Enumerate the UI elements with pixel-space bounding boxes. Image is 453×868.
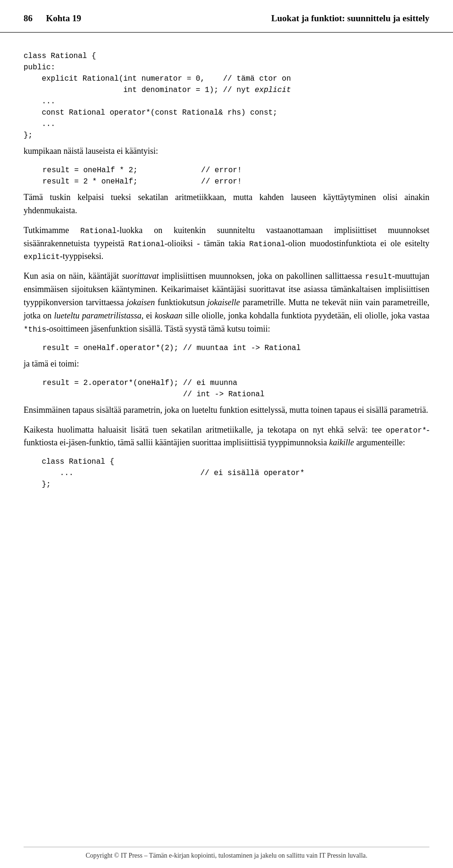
page-content: class Rational { public: explicit Ration…	[0, 33, 453, 513]
code-block-operator-call-1: result = oneHalf.operator*(2); // muunta…	[42, 342, 429, 354]
page-number: 86	[24, 13, 33, 23]
page-number-chapter: 86 Kohta 19	[24, 13, 81, 24]
page-footer: Copyright © IT Press – Tämän e-kirjan ko…	[24, 847, 429, 860]
paragraph-ensimmainen: Ensimmäinen tapaus sisältää parametrin, …	[24, 404, 429, 417]
paragraph-tama: Tämä tuskin kelpaisi tueksi sekatilan ar…	[24, 191, 429, 217]
code-operator-star: operator*	[386, 426, 427, 435]
footer-text: Copyright © IT Press – Tämän e-kirjan ko…	[86, 852, 368, 859]
code-int-keyword: int	[123, 75, 137, 83]
code-this: *this	[24, 326, 46, 334]
code-block-operator-call-2: result = 2.operator*(oneHalf); // ei muu…	[42, 377, 429, 400]
code-block-class-rational: class Rational { public: explicit Ration…	[24, 50, 429, 141]
code-explicit: explicit	[24, 253, 60, 261]
text-koskaan: koskaan	[155, 311, 183, 320]
page: 86 Kohta 19 Luokat ja funktiot: suunnitt…	[0, 0, 453, 868]
text-jokaiselle: jokaiselle	[208, 298, 240, 307]
code-rational-3: Rational	[249, 240, 285, 249]
code-result: result	[365, 273, 392, 281]
text-lueteltu: lueteltu parametrilistassa	[54, 311, 142, 320]
text-suorittavat: suorittavat	[122, 271, 159, 281]
code-rational-1: Rational	[80, 227, 117, 235]
text-ja-tama: ja tämä ei toimi:	[24, 358, 429, 371]
chapter-label: Kohta 19	[46, 13, 81, 23]
paragraph-tutkimamme: Tutkimamme Rational-luokka on kuitenkin …	[24, 224, 429, 264]
paragraph-kun: Kun asia on näin, kääntäjät suorittavat …	[24, 270, 429, 335]
paragraph-kumpikaan: kumpikaan näistä lauseista ei kääntyisi:	[24, 145, 429, 158]
page-header: 86 Kohta 19 Luokat ja funktiot: suunnitt…	[0, 0, 453, 33]
paragraph-kaikesta: Kaikesta huolimatta haluaisit lisätä tue…	[24, 424, 429, 450]
text-kaikille: kaikille	[329, 438, 354, 447]
page-title: Luokat ja funktiot: suunnittelu ja esitt…	[271, 13, 429, 24]
code-block-error-examples: result = oneHalf * 2; // error! result =…	[42, 165, 429, 187]
code-block-class-rational-2: class Rational { ... // ei sisällä opera…	[24, 456, 429, 490]
text-jokaisen: jokaisen	[126, 298, 155, 307]
code-rational-2: Rational	[128, 240, 165, 249]
